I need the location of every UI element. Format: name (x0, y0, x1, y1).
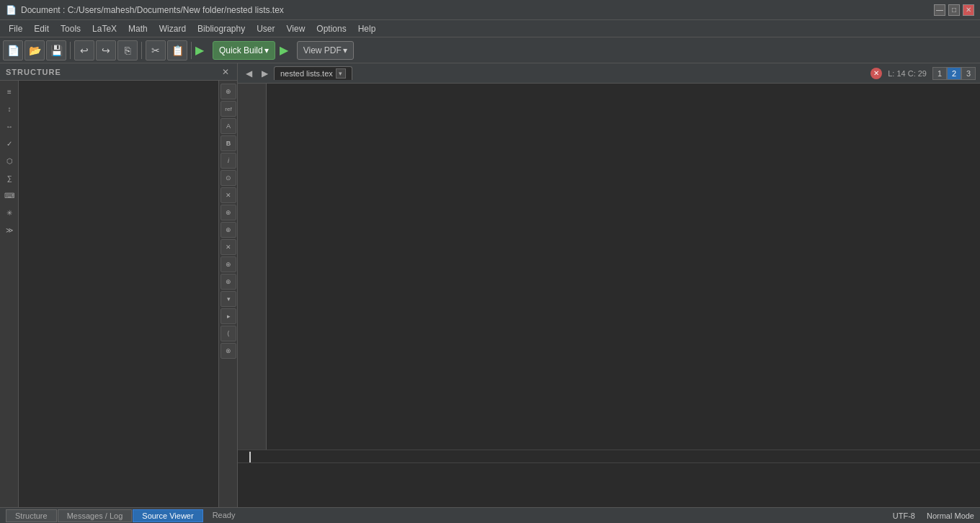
minimize-button[interactable]: — (934, 4, 945, 16)
status-tab-list: Structure Messages / Log Source Viewer R… (6, 509, 244, 522)
title-bar: 📄 Document : C:/Users/mahesh/Documents/N… (0, 0, 980, 20)
struct-icon-chevright[interactable]: ▸ (220, 308, 236, 324)
save-file-button[interactable]: 💾 (46, 40, 66, 61)
quick-build-label: Quick Build (219, 45, 263, 55)
sidebar-content: ≡ ↕ ↔ ✓ ⬡ ∑ ⌨ ✳ ≫ ⊕ ref A B i ⊙ ✕ ⊕ (0, 81, 237, 507)
title-text: 📄 Document : C:/Users/mahesh/Documents/N… (6, 5, 284, 15)
line-numbers-gutter (238, 84, 267, 450)
sidebar-icon-hex[interactable]: ⬡ (1, 153, 17, 169)
status-right-info: UTF-8 Normal Mode (893, 511, 974, 520)
menu-edit[interactable]: Edit (28, 22, 55, 35)
struct-icon-add4[interactable]: ⊕ (220, 256, 236, 272)
undo-button[interactable]: ↩ (74, 40, 94, 61)
title-controls: — □ ✕ (934, 4, 974, 16)
code-editor[interactable] (238, 84, 980, 450)
toolbar-separator-3 (191, 42, 192, 59)
document-title: Document : C:/Users/mahesh/Documents/New… (21, 5, 284, 15)
close-button[interactable]: ✕ (963, 4, 974, 16)
maximize-button[interactable]: □ (948, 4, 960, 16)
cursor-position: L: 14 C: 29 (888, 69, 927, 78)
sidebar-icon-expand[interactable]: ↕ (1, 101, 17, 117)
tab-dropdown-button[interactable]: ▾ (336, 68, 346, 79)
sidebar-icon-columns[interactable]: ↔ (1, 118, 17, 134)
struct-icon-left-angle[interactable]: ⟨ (220, 326, 236, 341)
status-tab-messages[interactable]: Messages / Log (58, 509, 133, 522)
new-file-button[interactable]: 📄 (3, 40, 23, 61)
sidebar-tree-area (19, 81, 218, 507)
toolbar-separator-2 (141, 42, 142, 59)
struct-icon-circle[interactable]: ⊙ (220, 170, 236, 186)
struct-icon-x[interactable]: ✕ (220, 187, 236, 203)
compile-button[interactable]: ▶ (195, 41, 211, 60)
sidebar-header: STRUCTURE ✕ (0, 63, 237, 81)
struct-icon-add3[interactable]: ⊕ (220, 222, 236, 238)
sidebar-title: STRUCTURE (6, 68, 61, 76)
struct-icon-add[interactable]: ⊕ (220, 84, 236, 99)
sidebar-icon-arrow[interactable]: ≫ (1, 222, 17, 238)
open-file-button[interactable]: 📂 (24, 40, 45, 61)
code-content-area[interactable] (267, 84, 980, 450)
close-tab-button[interactable]: ✕ (870, 68, 882, 79)
struct-icon-add2[interactable]: ⊕ (220, 205, 236, 220)
cut-button[interactable]: ✂ (146, 40, 166, 61)
menu-help[interactable]: Help (352, 22, 382, 35)
menu-view[interactable]: View (281, 22, 311, 35)
active-editor-tab[interactable]: nested lists.tex ▾ (274, 66, 352, 80)
copy-as-button[interactable]: ⎘ (117, 40, 138, 61)
struct-icon-i[interactable]: i (220, 153, 236, 169)
struct-icon-ref[interactable]: ref (220, 101, 236, 117)
lower-editor-section (238, 450, 980, 507)
quick-build-button[interactable]: Quick Build ▾ (213, 41, 275, 60)
quick-build-dropdown-icon: ▾ (264, 45, 269, 55)
sidebar-icon-list[interactable]: ≡ (1, 84, 17, 99)
encoding-label: UTF-8 (893, 511, 915, 520)
app-icon: 📄 (6, 5, 17, 15)
status-tab-source[interactable]: Source Viewer (133, 509, 202, 522)
status-ready: Ready (204, 509, 244, 522)
struct-icon-x2[interactable]: ✕ (220, 239, 236, 255)
mode-label: Normal Mode (927, 511, 974, 520)
run-button[interactable]: ▶ (280, 41, 295, 60)
status-tab-structure[interactable]: Structure (6, 509, 57, 522)
toolbar-separator-1 (70, 42, 71, 59)
struct-icon-b[interactable]: B (220, 135, 236, 151)
menu-latex[interactable]: LaTeX (86, 22, 122, 35)
panel-number-tabs: 1 2 3 (932, 67, 976, 80)
status-bar: Structure Messages / Log Source Viewer R… (0, 507, 980, 523)
struct-icon-add5[interactable]: ⊕ (220, 274, 236, 290)
sidebar-icon-key[interactable]: ⌨ (1, 187, 17, 203)
panel-3-button[interactable]: 3 (961, 67, 976, 80)
menu-file[interactable]: File (3, 22, 28, 35)
sidebar-panel: STRUCTURE ✕ ≡ ↕ ↔ ✓ ⬡ ∑ ⌨ ✳ ≫ ⊕ ref A (0, 63, 238, 507)
menu-user[interactable]: User (251, 22, 280, 35)
sidebar-left-icons: ≡ ↕ ↔ ✓ ⬡ ∑ ⌨ ✳ ≫ (0, 81, 19, 507)
menu-tools[interactable]: Tools (55, 22, 86, 35)
panel-1-button[interactable]: 1 (932, 67, 947, 80)
sidebar-icon-check[interactable]: ✓ (1, 135, 17, 151)
sidebar-icon-sum[interactable]: ∑ (1, 170, 17, 186)
toolbar: 📄 📂 💾 ↩ ↪ ⎘ ✂ 📋 ▶ Quick Build ▾ ▶ View P… (0, 37, 980, 63)
struct-icon-a[interactable]: A (220, 118, 236, 134)
tab-filename: nested lists.tex (280, 69, 333, 78)
menu-math[interactable]: Math (122, 22, 153, 35)
redo-button[interactable]: ↪ (96, 40, 116, 61)
sidebar-right-icons: ⊕ ref A B i ⊙ ✕ ⊕ ⊕ ✕ ⊕ ⊕ ▾ ▸ ⟨ ⊗ (218, 81, 237, 507)
view-pdf-button[interactable]: View PDF ▾ (297, 41, 354, 60)
lower-cursor-line (244, 452, 251, 462)
main-area: STRUCTURE ✕ ≡ ↕ ↔ ✓ ⬡ ∑ ⌨ ✳ ≫ ⊕ ref A (0, 63, 980, 507)
menu-options[interactable]: Options (311, 22, 352, 35)
paste-button[interactable]: 📋 (167, 40, 187, 61)
view-pdf-label: View PDF (303, 45, 342, 55)
sidebar-collapse-button[interactable]: ✕ (220, 66, 231, 78)
tab-nav-prev[interactable]: ◀ (242, 67, 255, 80)
menu-bibliography[interactable]: Bibliography (192, 22, 251, 35)
menu-wizard[interactable]: Wizard (153, 22, 192, 35)
editor-area: ◀ ▶ nested lists.tex ▾ ✕ L: 14 C: 29 1 2… (238, 63, 980, 507)
struct-icon-chevdown[interactable]: ▾ (220, 291, 236, 307)
tab-nav-next[interactable]: ▶ (258, 67, 271, 80)
sidebar-icon-star[interactable]: ✳ (1, 205, 17, 220)
view-pdf-dropdown-icon: ▾ (343, 45, 347, 55)
struct-icon-otimes[interactable]: ⊗ (220, 343, 236, 359)
menu-bar: File Edit Tools LaTeX Math Wizard Biblio… (0, 20, 980, 37)
panel-2-button[interactable]: 2 (947, 67, 961, 80)
